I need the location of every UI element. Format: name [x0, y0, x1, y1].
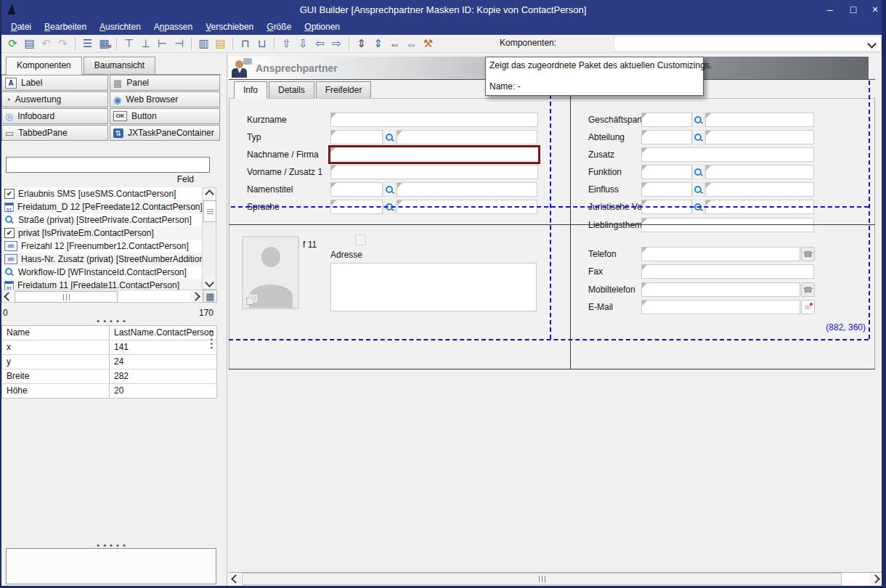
adresse-textarea[interactable] [330, 263, 537, 311]
form-input[interactable] [641, 182, 692, 197]
form-input[interactable] [641, 264, 814, 279]
palette-button-component[interactable]: OKButton [110, 108, 220, 124]
form-input[interactable] [641, 130, 692, 144]
komponenten-combobox[interactable] [614, 36, 882, 52]
group-width-icon[interactable]: ⊓ [237, 36, 253, 51]
minimize-button[interactable]: – [819, 0, 841, 20]
palette-auswertung-component[interactable]: ◔Auswertung [1, 91, 108, 107]
palette-web-browser-component[interactable]: ◉Web Browser [110, 91, 220, 107]
scroll-down-button[interactable] [203, 277, 215, 288]
move-up-icon[interactable]: ⇧ [279, 36, 294, 51]
field-list-vscrollbar[interactable] [202, 187, 216, 290]
move-down-icon[interactable]: ⇩ [296, 36, 311, 51]
form-input[interactable] [641, 247, 800, 261]
menu-optionen[interactable]: Optionen [298, 20, 346, 35]
field-grid-button[interactable]: ▦ [203, 290, 217, 303]
align-top-icon[interactable]: ⊤ [121, 36, 137, 51]
field-list-item[interactable]: 31Freidatum 11 [Freedate11.ContactPerson… [1, 279, 202, 290]
group-height-icon[interactable]: ⊔ [254, 36, 269, 51]
scroll-right-button[interactable] [869, 573, 881, 585]
palette-panel-component[interactable]: ▦Panel [110, 75, 220, 91]
field-list-item[interactable]: abHaus-Nr. Zusatz (privat) [StreetNumber… [1, 253, 202, 266]
palette-jxtaskpane-component[interactable]: ⇅JXTaskPaneContainer [110, 125, 220, 141]
lookup-button[interactable] [383, 130, 396, 144]
delete-mask-icon[interactable]: ▦× [97, 36, 112, 51]
menu-bearbeiten[interactable]: Bearbeiten [38, 20, 93, 35]
field-list-item[interactable]: abFreizahl 12 [Freenumber12.ContactPerso… [1, 240, 202, 253]
z-order-icon[interactable]: ☰ [80, 36, 95, 51]
mail-button[interactable]: ✉ [801, 300, 815, 314]
field-search-input[interactable] [6, 157, 210, 173]
property-value[interactable]: 24 [110, 355, 123, 369]
menu-verschieben[interactable]: Verschieben [199, 20, 260, 35]
align-bottom-icon[interactable]: ⊥ [138, 36, 153, 51]
hscroll-thumb[interactable] [242, 573, 842, 585]
redo-icon[interactable]: ↷ [55, 36, 70, 51]
align-left-icon[interactable]: ⊢ [155, 36, 170, 51]
menu-anpassen[interactable]: Anpassen [147, 20, 199, 35]
scroll-up-button[interactable] [203, 189, 215, 200]
scroll-left-button[interactable] [229, 573, 241, 585]
form-input[interactable] [641, 218, 814, 232]
tab-baumansicht[interactable]: Baumansicht [84, 57, 155, 75]
form-input[interactable] [397, 130, 537, 144]
field-list-item[interactable]: Straße (privat) [StreetPrivate.ContactPe… [1, 213, 202, 226]
form-input[interactable] [641, 113, 692, 127]
refresh-icon[interactable]: ⟳ [5, 36, 20, 51]
lookup-button[interactable] [383, 182, 396, 197]
grow-height-icon[interactable]: ⇕ [370, 36, 386, 51]
align-right-icon[interactable]: ⊣ [171, 36, 187, 51]
form-input[interactable] [641, 165, 692, 179]
field-list-item[interactable]: 31Freidatum_D 12 [PeFreedate12.ContactPe… [1, 200, 202, 213]
form-input[interactable] [705, 165, 814, 179]
palette-label-component[interactable]: ALabel [1, 75, 108, 91]
lookup-button[interactable] [692, 165, 704, 179]
address-checkbox[interactable] [355, 234, 366, 245]
property-value[interactable]: 282 [110, 369, 129, 383]
form-input[interactable] [641, 147, 814, 162]
move-left-icon[interactable]: ⇦ [312, 36, 328, 51]
property-value[interactable]: 20 [110, 384, 123, 398]
lookup-button[interactable] [692, 182, 704, 197]
form-input[interactable] [705, 113, 814, 127]
panel-splitter-handle[interactable] [207, 330, 217, 359]
same-width-icon[interactable]: ⇔ [387, 36, 402, 51]
property-value[interactable]: 141 [110, 340, 129, 354]
form-input[interactable] [705, 182, 814, 197]
splitter-handle[interactable] [1, 317, 222, 325]
distribute-columns-icon[interactable]: ▥ [196, 36, 211, 51]
lookup-button[interactable] [692, 130, 704, 144]
field-list-item[interactable]: ✔Erlaubnis SMS [useSMS.ContactPerson] [1, 187, 202, 200]
menu-datei[interactable]: Datei [4, 20, 38, 35]
form-input[interactable] [397, 182, 537, 197]
form-input[interactable] [330, 165, 538, 179]
phone-button[interactable]: ☎ [801, 282, 815, 297]
save-icon[interactable]: ▤ [22, 36, 37, 51]
tab-freifelder[interactable]: Freifelder [316, 81, 372, 99]
photo-placeholder[interactable] [242, 236, 299, 309]
form-input[interactable] [330, 113, 538, 127]
form-input[interactable] [330, 130, 383, 144]
undo-icon[interactable]: ↶ [38, 36, 54, 51]
distribute-rows-icon[interactable]: ▤ [213, 36, 228, 51]
tab-details[interactable]: Details [269, 81, 314, 99]
scroll-right-button[interactable] [190, 291, 201, 301]
vscroll-thumb[interactable] [203, 200, 216, 222]
menu-gr-e[interactable]: Größe [260, 20, 298, 35]
phone-button[interactable]: ☎ [801, 247, 815, 261]
move-right-icon[interactable]: ⇨ [329, 36, 344, 51]
form-input[interactable] [330, 182, 383, 197]
customize-icon[interactable]: ⚒ [420, 36, 436, 51]
field-list-hscrollbar[interactable] [1, 290, 203, 303]
form-input[interactable] [641, 282, 800, 297]
palette-infoboard-component[interactable]: ◎Infoboard [1, 108, 108, 124]
tab-komponenten[interactable]: Komponenten [6, 57, 82, 75]
hscroll-thumb[interactable] [15, 291, 118, 303]
same-height-icon[interactable]: ⇕ [354, 36, 369, 51]
field-list-item[interactable]: Workflow-ID [WFInstanceId.ContactPerson] [1, 266, 202, 279]
selected-field-outline[interactable] [328, 145, 540, 164]
field-list-item[interactable]: ✔privat [IsPrivateEm.ContactPerson] [1, 226, 202, 240]
maximize-button[interactable]: □ [842, 0, 864, 20]
scroll-left-button[interactable] [3, 291, 14, 301]
palette-tabbedpane-component[interactable]: ▭TabbedPane [1, 125, 108, 141]
